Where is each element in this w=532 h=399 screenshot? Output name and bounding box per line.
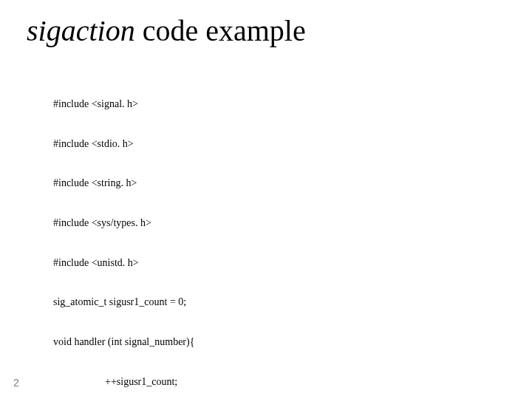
page-number: 2 <box>13 377 19 389</box>
title-italic: sigaction <box>27 14 135 47</box>
code-line: ++sigusr1_count; <box>53 375 502 389</box>
code-line: sig_atomic_t sigusr1_count = 0; <box>53 296 502 309</box>
code-line: #include <signal. h> <box>53 98 502 111</box>
code-line: void handler (int signal_number){ <box>53 335 502 349</box>
code-line: #include <stdio. h> <box>53 137 502 151</box>
slide-title: sigaction code example <box>27 15 306 47</box>
code-line: #include <unistd. h> <box>53 256 502 270</box>
code-block: #include <signal. h> #include <stdio. h>… <box>53 71 502 399</box>
code-line: #include <sys/types. h> <box>53 216 502 230</box>
slide: sigaction code example #include <signal.… <box>0 0 532 399</box>
title-rest: code example <box>135 14 306 47</box>
code-line: #include <string. h> <box>53 177 502 190</box>
